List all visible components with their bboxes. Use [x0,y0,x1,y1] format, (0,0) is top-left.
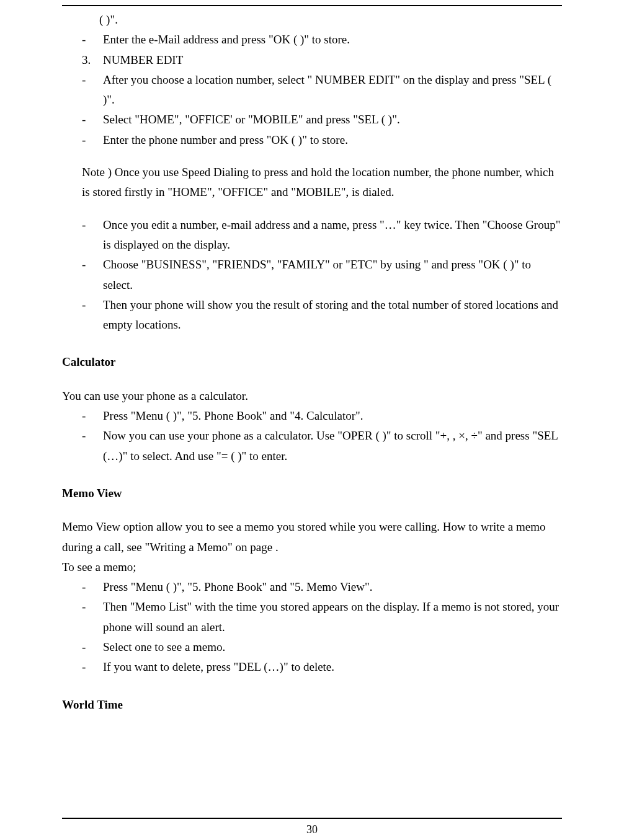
list-item: -After you choose a location number, sel… [82,70,562,110]
bottom-rule [62,818,562,819]
list-item-text: Select "HOME", "OFFICE' or "MOBILE" and … [103,113,400,126]
list-item: -Select "HOME", "OFFICE' or "MOBILE" and… [82,110,562,130]
text-fragment: ( )". [99,10,562,30]
list-item: -Once you edit a number, e-mail address … [82,215,562,255]
list-item-text: Select one to see a memo. [103,640,225,653]
paragraph: To see a memo; [62,557,562,577]
section-heading-calculator: Calculator [62,352,562,372]
list-item: 3.NUMBER EDIT [82,50,562,70]
list-item-text: Choose "BUSINESS", "FRIENDS", "FAMILY" o… [103,258,531,291]
list-item: -Then "Memo List" with the time you stor… [82,597,562,637]
section-heading-world-time: World Time [62,695,562,715]
list-item-text: Then your phone will show you the result… [103,298,558,331]
top-rule [62,5,562,6]
list-item-text: Enter the phone number and press "OK ( )… [103,133,348,146]
dash-marker: - [82,215,103,235]
list-item: -Press "Menu ( )", "5. Phone Book" and "… [82,577,562,597]
dash-marker: - [82,597,103,617]
dash-marker: - [82,295,103,315]
list-item-text: After you choose a location number, sele… [103,73,551,106]
note-paragraph: Note ) Once you use Speed Dialing to pre… [82,162,562,203]
dash-marker: - [82,70,103,90]
section-heading-memo-view: Memo View [62,484,562,503]
page-number: 30 [0,823,624,836]
num-marker: 3. [82,50,103,70]
list-item-text: If you want to delete, press "DEL (…)" t… [103,660,334,673]
dash-marker: - [82,577,103,597]
list-item: -Choose "BUSINESS", "FRIENDS", "FAMILY" … [82,255,562,295]
dash-marker: - [82,110,103,130]
dash-marker: - [82,255,103,275]
list-item-text: Press "Menu ( )", "5. Phone Book" and "4… [103,409,363,422]
list-item-text: NUMBER EDIT [103,53,183,66]
dash-marker: - [82,130,103,150]
list-item: -Now you can use your phone as a calcula… [82,426,562,466]
dash-marker: - [82,657,103,677]
dash-marker: - [82,637,103,657]
list-item: -Then your phone will show you the resul… [82,295,562,335]
list-item: -Press "Menu ( )", "5. Phone Book" and "… [82,406,562,426]
list-item-text: Once you edit a number, e-mail address a… [103,218,560,251]
list-item: -Enter the phone number and press "OK ( … [82,130,562,150]
dash-marker: - [82,406,103,426]
list-item-text: Now you can use your phone as a calculat… [103,429,558,462]
list-item-text: Enter the e-Mail address and press "OK (… [103,33,350,46]
paragraph: You can use your phone as a calculator. [62,386,562,406]
list-item: -If you want to delete, press "DEL (…)" … [82,657,562,677]
list-item-text: Press "Menu ( )", "5. Phone Book" and "5… [103,580,373,593]
list-item: -Select one to see a memo. [82,637,562,657]
list-item: -Enter the e-Mail address and press "OK … [82,30,562,50]
dash-marker: - [82,426,103,446]
content-area: ( )". -Enter the e-Mail address and pres… [62,10,562,715]
dash-marker: - [82,30,103,50]
list-item-text: Then "Memo List" with the time you store… [103,600,559,633]
page-container: ( )". -Enter the e-Mail address and pres… [0,5,624,840]
paragraph: Memo View option allow you to see a memo… [62,517,562,557]
